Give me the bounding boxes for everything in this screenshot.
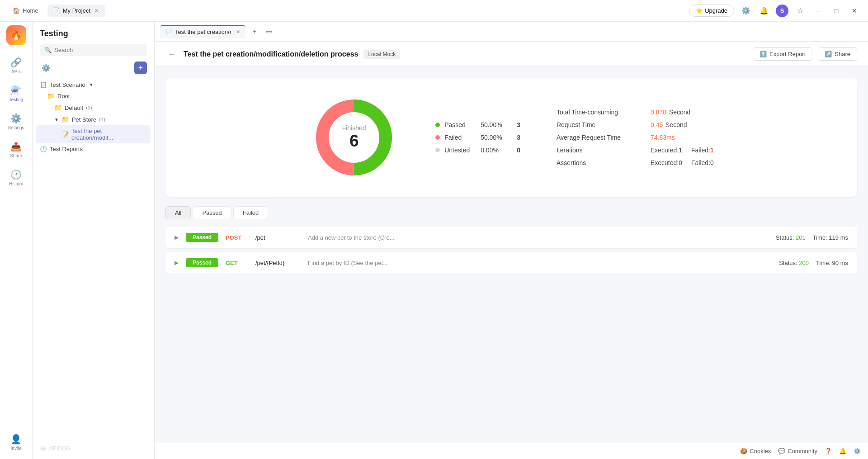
metric-total-time: Total Time-consuming 0.878 Second — [557, 109, 714, 116]
test-item-label: Test the pet creation/modif... — [71, 128, 143, 141]
settings-footer-button[interactable]: ⚙️ — [854, 448, 861, 454]
result-desc-2: Find a pet by ID (See the pet... — [308, 260, 772, 266]
content-tab-active[interactable]: 📄 Test the pet creation/r ✕ — [160, 25, 245, 38]
tree-root[interactable]: 📁 Root — [33, 90, 154, 102]
caret-icon: ▼ — [54, 117, 59, 122]
share-button[interactable]: ↗️ Share — [818, 47, 857, 61]
share-label: Share — [10, 153, 22, 158]
main-scroll[interactable]: Finished 6 Passed 50.00% 3 — [155, 67, 868, 443]
filter-tab-all[interactable]: All — [165, 206, 191, 219]
legend-failed: Failed 50.00% 3 — [435, 134, 520, 141]
test-scenario-section[interactable]: 📋 Test Scenario ▼ — [33, 80, 154, 90]
root-label: Root — [57, 93, 70, 99]
more-tabs-button[interactable]: ••• — [264, 26, 274, 37]
notifications-button[interactable]: 🔔 — [839, 448, 846, 454]
avg-request-time-value: 74.83ms — [651, 134, 675, 141]
assertions-label: Assertions — [557, 159, 647, 166]
iterations-failed-num: 1 — [710, 147, 714, 154]
testing-label: Testing — [9, 97, 24, 102]
notifications-icon: 🔔 — [839, 448, 846, 454]
default-badge: (0) — [86, 105, 92, 110]
failed-dot — [435, 135, 440, 140]
settings-footer-icon: ⚙️ — [854, 448, 861, 454]
upgrade-label: Upgrade — [705, 7, 727, 14]
result-desc: Add a new pet to the store (Cre... — [308, 234, 769, 241]
avatar[interactable]: S — [776, 5, 788, 17]
tree-pet-store[interactable]: ▼ 📁 Pet Store (1) — [33, 114, 154, 125]
sidebar-item-settings[interactable]: ⚙️ Settings — [3, 109, 30, 135]
tree-test-item[interactable]: 📝 Test the pet creation/modif... — [36, 125, 151, 143]
assertions-executed: Executed:0 — [651, 159, 682, 166]
iterations-executed: Executed:1 — [651, 147, 682, 154]
donut-chart: Finished 6 — [309, 92, 399, 183]
share-label: Share — [835, 51, 850, 57]
filter-tab-passed[interactable]: Passed — [193, 206, 231, 219]
back-button[interactable]: ← — [165, 48, 178, 61]
icon-sidebar: 🔥 🔗 APIs ⚗️ Testing ⚙️ Settings 📤 Share … — [0, 22, 33, 459]
settings-nav-icon: ⚙️ — [10, 113, 22, 124]
upgrade-button[interactable]: ⭐ Upgrade — [689, 5, 734, 17]
apis-label: APIs — [11, 69, 21, 74]
settings-icon[interactable]: ⚙️ — [740, 5, 752, 17]
result-status: Status: 201 — [776, 234, 806, 241]
maximize-button[interactable]: □ — [830, 5, 843, 17]
nav-panel-title: Testing — [40, 29, 147, 38]
filter-button[interactable]: ⚙️ — [40, 62, 52, 74]
tree-test-reports[interactable]: 🕐 Test Reports — [33, 143, 154, 155]
petstore-label: Pet Store — [72, 116, 96, 123]
expand-icon[interactable]: ▶ — [175, 260, 179, 266]
sidebar-item-share[interactable]: 📤 Share — [3, 137, 30, 163]
failed-count: 3 — [517, 134, 520, 141]
search-icon: 🔍 — [44, 47, 52, 53]
home-icon: 🏠 — [13, 7, 20, 14]
result-path-2: /pet/{PetId} — [255, 260, 301, 266]
test-scenario-label: Test Scenario — [50, 81, 85, 88]
assertions-failed: Failed:0 — [691, 159, 714, 166]
add-tab-button[interactable]: + — [249, 26, 260, 37]
export-report-button[interactable]: ⬆️ Export Report — [753, 47, 812, 61]
filter-tab-failed[interactable]: Failed — [233, 206, 268, 219]
tab-home[interactable]: 🏠 Home — [7, 5, 44, 17]
result-item[interactable]: ▶ Passed GET /pet/{PetId} Find a pet by … — [165, 252, 857, 274]
invite-icon: 👤 — [10, 434, 22, 445]
search-input[interactable] — [54, 47, 142, 53]
sidebar-item-testing[interactable]: ⚗️ Testing — [3, 80, 30, 107]
close-tab-button[interactable]: ✕ — [93, 8, 99, 14]
donut-count: 6 — [342, 132, 366, 151]
legend: Passed 50.00% 3 Failed 50.00% 3 Un — [435, 121, 520, 154]
community-icon: 💬 — [778, 448, 785, 454]
sidebar-item-invite[interactable]: 👤 Invite — [3, 429, 30, 455]
passed-pct: 50.00% — [481, 121, 512, 128]
minimize-button[interactable]: ─ — [812, 5, 825, 17]
result-time: Time: 119 ms — [813, 234, 848, 241]
expand-icon[interactable]: ▶ — [175, 234, 179, 241]
donut-center: Finished 6 — [342, 124, 366, 151]
help-button[interactable]: ❓ — [825, 448, 832, 454]
total-time-label: Total Time-consuming — [557, 109, 647, 116]
result-item[interactable]: ▶ Passed POST /pet Add a new pet to the … — [165, 227, 857, 248]
apidog-icon: ✳️ — [40, 445, 47, 452]
project-tab-label: My Project — [63, 7, 90, 14]
close-window-button[interactable]: ✕ — [848, 5, 861, 17]
nav-toolbar: ⚙️ + — [33, 60, 154, 78]
bookmark-icon[interactable]: ☆ — [794, 5, 807, 17]
env-badge: Local Mock — [363, 50, 400, 59]
status-code: 201 — [796, 234, 806, 241]
cookies-button[interactable]: 🍪 Cookies — [740, 448, 771, 454]
upgrade-icon: ⭐ — [696, 7, 703, 14]
sidebar-item-apis[interactable]: 🔗 APIs — [3, 52, 30, 79]
community-label: Community — [788, 448, 817, 454]
add-button[interactable]: + — [134, 62, 147, 74]
sidebar-item-history[interactable]: 🕐 History — [3, 165, 30, 191]
community-button[interactable]: 💬 Community — [778, 448, 817, 454]
iterations-label: Iterations — [557, 147, 647, 154]
history-label: History — [9, 181, 23, 186]
untested-pct: 0.00% — [481, 147, 512, 154]
untested-count: 0 — [517, 147, 520, 154]
notification-icon[interactable]: 🔔 — [758, 5, 770, 17]
tab-project[interactable]: 📄 My Project ✕ — [47, 5, 105, 17]
home-tab-label: Home — [23, 7, 38, 14]
close-content-tab-button[interactable]: ✕ — [236, 29, 240, 35]
apis-icon: 🔗 — [10, 57, 22, 68]
tree-default[interactable]: 📁 Default (0) — [33, 102, 154, 114]
